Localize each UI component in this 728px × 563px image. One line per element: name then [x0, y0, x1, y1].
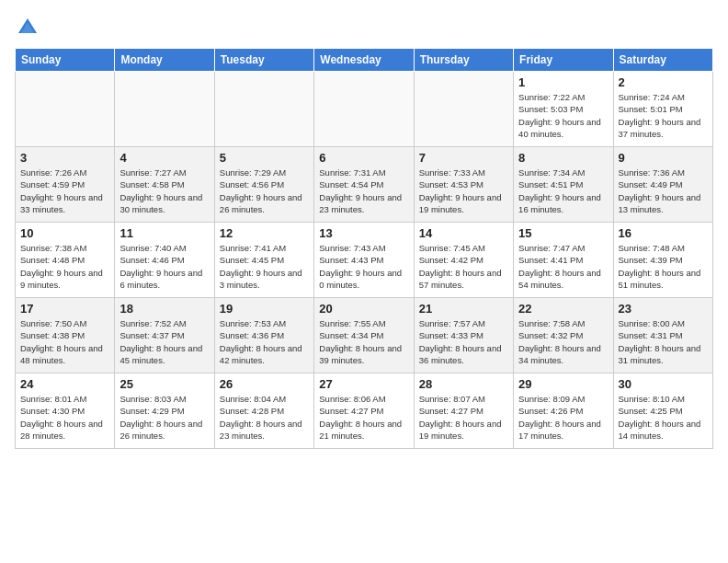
day-number: 24 [20, 377, 109, 391]
calendar-cell: 12Sunrise: 7:41 AM Sunset: 4:45 PM Dayli… [214, 223, 313, 298]
day-number: 3 [20, 151, 109, 165]
calendar-cell: 10Sunrise: 7:38 AM Sunset: 4:48 PM Dayli… [16, 223, 115, 298]
day-info: Sunrise: 8:06 AM Sunset: 4:27 PM Dayligh… [319, 393, 408, 442]
day-info: Sunrise: 7:26 AM Sunset: 4:59 PM Dayligh… [20, 167, 109, 215]
calendar-cell: 11Sunrise: 7:40 AM Sunset: 4:46 PM Dayli… [115, 223, 214, 298]
day-info: Sunrise: 7:34 AM Sunset: 4:51 PM Dayligh… [518, 167, 608, 215]
calendar-cell: 22Sunrise: 7:58 AM Sunset: 4:32 PM Dayli… [514, 298, 613, 373]
calendar-cell: 6Sunrise: 7:31 AM Sunset: 4:54 PM Daylig… [314, 147, 414, 223]
weekday-header-monday: Monday [115, 49, 214, 72]
day-info: Sunrise: 8:01 AM Sunset: 4:30 PM Dayligh… [20, 393, 109, 442]
day-number: 12 [220, 226, 309, 240]
day-info: Sunrise: 7:22 AM Sunset: 5:03 PM Dayligh… [518, 91, 608, 140]
logo-icon [15, 15, 40, 40]
calendar-cell: 9Sunrise: 7:36 AM Sunset: 4:49 PM Daylig… [613, 147, 712, 223]
day-info: Sunrise: 7:50 AM Sunset: 4:38 PM Dayligh… [20, 317, 109, 366]
calendar-cell: 8Sunrise: 7:34 AM Sunset: 4:51 PM Daylig… [514, 147, 613, 223]
day-number: 17 [20, 302, 109, 316]
day-info: Sunrise: 7:43 AM Sunset: 4:43 PM Dayligh… [319, 242, 408, 291]
day-number: 1 [518, 75, 608, 89]
calendar-cell: 25Sunrise: 8:03 AM Sunset: 4:29 PM Dayli… [115, 373, 214, 449]
day-info: Sunrise: 7:27 AM Sunset: 4:58 PM Dayligh… [119, 167, 209, 215]
calendar-cell: 30Sunrise: 8:10 AM Sunset: 4:25 PM Dayli… [613, 373, 712, 449]
day-info: Sunrise: 7:58 AM Sunset: 4:32 PM Dayligh… [518, 317, 608, 366]
day-info: Sunrise: 7:53 AM Sunset: 4:36 PM Dayligh… [220, 317, 309, 366]
day-info: Sunrise: 7:33 AM Sunset: 4:53 PM Dayligh… [419, 167, 508, 215]
day-info: Sunrise: 7:36 AM Sunset: 4:49 PM Dayligh… [619, 167, 708, 215]
calendar-cell: 15Sunrise: 7:47 AM Sunset: 4:41 PM Dayli… [514, 223, 613, 298]
calendar-cell [16, 72, 115, 147]
day-number: 15 [518, 226, 608, 240]
day-number: 30 [619, 377, 708, 391]
day-number: 20 [319, 302, 408, 316]
day-number: 26 [220, 377, 309, 391]
calendar-cell: 26Sunrise: 8:04 AM Sunset: 4:28 PM Dayli… [214, 373, 313, 449]
calendar-cell: 18Sunrise: 7:52 AM Sunset: 4:37 PM Dayli… [115, 298, 214, 373]
logo [15, 15, 44, 40]
day-info: Sunrise: 7:31 AM Sunset: 4:54 PM Dayligh… [319, 167, 408, 215]
day-info: Sunrise: 7:41 AM Sunset: 4:45 PM Dayligh… [220, 242, 309, 291]
calendar-cell: 29Sunrise: 8:09 AM Sunset: 4:26 PM Dayli… [514, 373, 613, 449]
calendar-cell: 17Sunrise: 7:50 AM Sunset: 4:38 PM Dayli… [16, 298, 115, 373]
calendar-cell: 19Sunrise: 7:53 AM Sunset: 4:36 PM Dayli… [214, 298, 313, 373]
weekday-header-friday: Friday [514, 49, 613, 72]
day-info: Sunrise: 8:10 AM Sunset: 4:25 PM Dayligh… [619, 393, 708, 442]
calendar-cell: 14Sunrise: 7:45 AM Sunset: 4:42 PM Dayli… [414, 223, 513, 298]
day-info: Sunrise: 7:55 AM Sunset: 4:34 PM Dayligh… [319, 317, 408, 366]
day-number: 18 [119, 302, 209, 316]
day-info: Sunrise: 7:48 AM Sunset: 4:39 PM Dayligh… [619, 242, 708, 291]
weekday-header-tuesday: Tuesday [214, 49, 313, 72]
day-number: 25 [119, 377, 209, 391]
day-number: 7 [419, 151, 508, 165]
day-number: 10 [20, 226, 109, 240]
day-info: Sunrise: 7:38 AM Sunset: 4:48 PM Dayligh… [20, 242, 109, 291]
day-number: 9 [619, 151, 708, 165]
day-number: 27 [319, 377, 408, 391]
day-info: Sunrise: 8:07 AM Sunset: 4:27 PM Dayligh… [419, 393, 508, 442]
calendar-cell [414, 72, 513, 147]
weekday-header-thursday: Thursday [414, 49, 513, 72]
calendar-cell [214, 72, 313, 147]
day-number: 23 [619, 302, 708, 316]
day-info: Sunrise: 7:52 AM Sunset: 4:37 PM Dayligh… [119, 317, 209, 366]
day-info: Sunrise: 7:57 AM Sunset: 4:33 PM Dayligh… [419, 317, 508, 366]
day-number: 21 [419, 302, 508, 316]
day-number: 2 [619, 75, 708, 89]
day-number: 4 [119, 151, 209, 165]
weekday-header-wednesday: Wednesday [314, 49, 414, 72]
day-number: 5 [220, 151, 309, 165]
weekday-header-sunday: Sunday [16, 49, 115, 72]
day-number: 16 [619, 226, 708, 240]
day-info: Sunrise: 7:47 AM Sunset: 4:41 PM Dayligh… [518, 242, 608, 291]
calendar-cell: 16Sunrise: 7:48 AM Sunset: 4:39 PM Dayli… [613, 223, 712, 298]
calendar-cell: 28Sunrise: 8:07 AM Sunset: 4:27 PM Dayli… [414, 373, 513, 449]
calendar-cell: 27Sunrise: 8:06 AM Sunset: 4:27 PM Dayli… [314, 373, 414, 449]
day-info: Sunrise: 7:24 AM Sunset: 5:01 PM Dayligh… [619, 91, 708, 140]
calendar-cell: 20Sunrise: 7:55 AM Sunset: 4:34 PM Dayli… [314, 298, 414, 373]
day-number: 22 [518, 302, 608, 316]
day-info: Sunrise: 7:29 AM Sunset: 4:56 PM Dayligh… [220, 167, 309, 215]
day-info: Sunrise: 8:03 AM Sunset: 4:29 PM Dayligh… [119, 393, 209, 442]
calendar-cell: 1Sunrise: 7:22 AM Sunset: 5:03 PM Daylig… [514, 72, 613, 147]
calendar-cell: 13Sunrise: 7:43 AM Sunset: 4:43 PM Dayli… [314, 223, 414, 298]
day-info: Sunrise: 7:40 AM Sunset: 4:46 PM Dayligh… [119, 242, 209, 291]
day-number: 14 [419, 226, 508, 240]
day-number: 19 [220, 302, 309, 316]
day-number: 13 [319, 226, 408, 240]
calendar-cell: 3Sunrise: 7:26 AM Sunset: 4:59 PM Daylig… [16, 147, 115, 223]
calendar-cell: 4Sunrise: 7:27 AM Sunset: 4:58 PM Daylig… [115, 147, 214, 223]
day-info: Sunrise: 7:45 AM Sunset: 4:42 PM Dayligh… [419, 242, 508, 291]
day-info: Sunrise: 8:09 AM Sunset: 4:26 PM Dayligh… [518, 393, 608, 442]
calendar-cell: 21Sunrise: 7:57 AM Sunset: 4:33 PM Dayli… [414, 298, 513, 373]
calendar-cell: 24Sunrise: 8:01 AM Sunset: 4:30 PM Dayli… [16, 373, 115, 449]
day-number: 11 [119, 226, 209, 240]
calendar-table: SundayMondayTuesdayWednesdayThursdayFrid… [15, 48, 713, 449]
calendar-cell: 23Sunrise: 8:00 AM Sunset: 4:31 PM Dayli… [613, 298, 712, 373]
calendar-cell [115, 72, 214, 147]
day-number: 6 [319, 151, 408, 165]
calendar-cell: 5Sunrise: 7:29 AM Sunset: 4:56 PM Daylig… [214, 147, 313, 223]
day-number: 28 [419, 377, 508, 391]
day-info: Sunrise: 8:04 AM Sunset: 4:28 PM Dayligh… [220, 393, 309, 442]
day-number: 8 [518, 151, 608, 165]
calendar-cell: 7Sunrise: 7:33 AM Sunset: 4:53 PM Daylig… [414, 147, 513, 223]
